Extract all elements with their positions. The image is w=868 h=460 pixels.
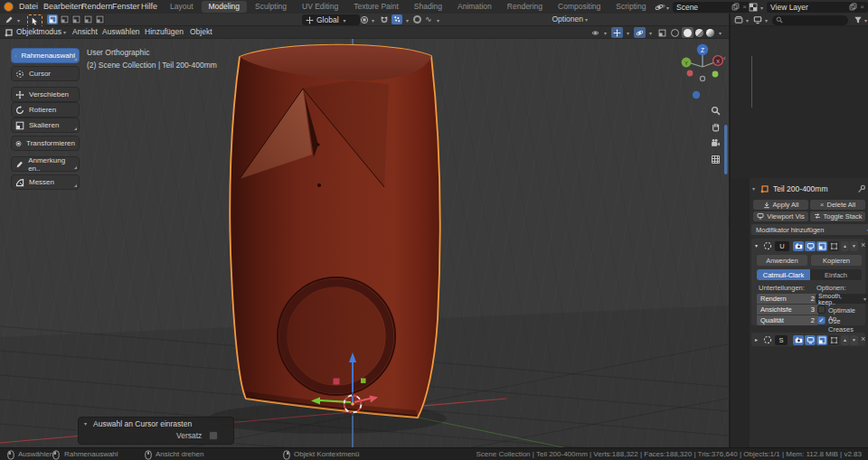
navigation-gizmo[interactable]: Z Y X <box>682 44 723 81</box>
close-icon[interactable]: × <box>860 3 864 11</box>
offset-checkbox[interactable] <box>209 431 218 440</box>
viewport-3d[interactable]: Objektmodus▾ Ansicht Auswählen Hinzufüge… <box>0 26 729 447</box>
tab-sculpting[interactable]: Sculpting <box>248 1 294 13</box>
tool-rahmenauswahl[interactable]: Rahmenauswahl <box>11 48 80 63</box>
catmull-clark-button[interactable]: Catmull-Clark <box>757 269 810 280</box>
tool-verschieben[interactable]: Verschieben <box>11 87 80 102</box>
overlays-toggle-icon[interactable] <box>634 27 646 38</box>
select-mode-invert-icon[interactable] <box>82 14 93 24</box>
gizmo-plane-handle-x[interactable] <box>334 379 340 385</box>
tool-skalieren[interactable]: Skalieren <box>11 117 80 133</box>
tab-animation[interactable]: Animation <box>450 1 499 13</box>
tab-rendering[interactable]: Rendering <box>500 1 550 13</box>
xray-toggle-icon[interactable] <box>656 27 668 38</box>
add-modifier-dropdown[interactable]: Modifikator hinzufügen▾ <box>751 224 868 235</box>
shading-rendered-icon[interactable] <box>706 29 714 37</box>
modifier-name-field[interactable]: U <box>775 241 789 251</box>
overlays-chevron-icon[interactable]: ▾ <box>649 30 652 36</box>
move-down-button[interactable]: ▼ <box>850 335 858 345</box>
shading-wireframe-icon[interactable] <box>671 29 679 37</box>
panel-expand-icon[interactable]: ▸ <box>755 336 758 343</box>
zoom-icon[interactable] <box>712 108 720 115</box>
tab-layout[interactable]: Layout <box>163 1 201 13</box>
sidebar-collapse-icon[interactable]: ‹ <box>723 54 726 62</box>
view-layer-selector[interactable]: View Layer × <box>767 2 868 13</box>
scene-icon[interactable] <box>655 3 664 12</box>
operator-panel[interactable]: ▾ Auswahl an Cursor einrasten Versatz <box>78 417 234 445</box>
apply-all-button[interactable]: Apply All <box>753 200 808 210</box>
select-mode-intersect-icon[interactable] <box>94 14 105 24</box>
scene-selector[interactable]: Scene × <box>673 2 750 13</box>
gizmo-plane-handle-y[interactable] <box>361 379 366 384</box>
shading-material-icon[interactable] <box>695 29 703 37</box>
gizmo-chevron-icon[interactable]: ▾ <box>627 30 629 36</box>
pan-hand-icon[interactable] <box>713 124 719 131</box>
axis-neg-z-dot[interactable] <box>700 76 704 80</box>
select-mode-extend-icon[interactable] <box>59 14 70 24</box>
view-layer-icon[interactable] <box>749 3 758 12</box>
transform-orientation-dropdown[interactable]: Global ▾ <box>302 14 360 25</box>
quality-field[interactable]: Qualität2 <box>757 315 818 325</box>
scene-canvas[interactable]: Z Y X ‹ <box>0 39 729 447</box>
toggle-stack-button[interactable]: Toggle Stack <box>810 211 865 221</box>
delete-all-button[interactable]: ×Delete All <box>810 200 865 210</box>
viewport-vis-button[interactable]: Viewport Vis <box>753 211 808 221</box>
display-mode-icon[interactable] <box>753 15 762 24</box>
axis-neg-x-dot[interactable] <box>687 70 693 77</box>
close-icon[interactable]: × <box>742 3 747 11</box>
breadcrumb-chevron-icon[interactable]: ▾ <box>752 185 755 192</box>
toggle-cage-icon[interactable] <box>828 241 839 251</box>
copy-icon[interactable] <box>731 3 740 11</box>
render-subdivisions-field[interactable]: Rendern2 <box>757 294 818 304</box>
falloff-chevron-icon[interactable]: ▾ <box>437 17 439 23</box>
snap-magnet-icon[interactable] <box>380 15 389 24</box>
pivot-chevron-icon[interactable]: ▾ <box>372 17 374 23</box>
tool-messen[interactable]: Messen <box>11 174 80 190</box>
tab-texture-paint[interactable]: Texture Paint <box>346 1 406 13</box>
ortho-grid-icon[interactable] <box>712 156 720 164</box>
tab-scripting[interactable]: Scripting <box>609 1 653 13</box>
toggle-editmode-icon[interactable] <box>816 335 827 345</box>
mode-dropdown[interactable]: Objektmodus▾ <box>16 27 66 36</box>
panel-collapse-icon[interactable]: ▾ <box>755 242 758 249</box>
pivot-point-icon[interactable] <box>360 15 369 24</box>
gizmo-toggle-icon[interactable] <box>611 27 623 38</box>
filter-funnel-icon[interactable] <box>854 15 863 24</box>
camera-dot-indicator[interactable] <box>693 91 700 99</box>
toggle-editmode-icon[interactable] <box>816 241 827 251</box>
active-tool-icon[interactable] <box>5 15 14 24</box>
move-down-button[interactable]: ▼ <box>850 241 858 251</box>
editor-type-icon[interactable] <box>734 15 743 24</box>
proportional-editing-icon[interactable] <box>413 15 421 23</box>
select-mode-subtract-icon[interactable] <box>71 14 81 24</box>
active-tool-button[interactable] <box>27 14 42 27</box>
object-visibility-icon[interactable] <box>590 27 601 38</box>
visibility-chevron-icon[interactable]: ▾ <box>604 30 607 36</box>
tab-shading[interactable]: Shading <box>407 1 449 13</box>
use-creases-checkbox[interactable]: ✓ <box>817 316 826 324</box>
camera-view-icon[interactable] <box>712 139 720 146</box>
tab-modeling[interactable]: Modeling <box>202 1 248 13</box>
toggle-render-icon[interactable] <box>793 241 804 251</box>
tool-chevron-icon[interactable]: ▾ <box>17 17 20 23</box>
tool-transformieren[interactable]: Transformieren <box>11 136 80 151</box>
menu-hilfe[interactable]: Hilfe <box>135 0 164 14</box>
remove-modifier-icon[interactable]: × <box>861 240 865 249</box>
editor-chevron-icon[interactable]: ▾ <box>746 17 749 23</box>
viewport-subdivisions-field[interactable]: Ansichtsfe3 <box>757 305 818 314</box>
menu-hinzufuegen[interactable]: Hinzufügen <box>145 27 184 36</box>
tool-anmerkung[interactable]: Anmerkung en.. <box>11 156 80 172</box>
shading-solid-icon[interactable] <box>682 27 693 38</box>
copy-icon[interactable] <box>849 3 857 11</box>
axis-neg-y-dot[interactable] <box>712 71 719 78</box>
kopieren-button[interactable]: Kopieren <box>811 255 862 266</box>
uv-smooth-dropdown[interactable]: Smooth, keep..▾ <box>816 294 868 304</box>
modifier2-name-field[interactable]: S <box>775 335 788 345</box>
viewport-scrollbar[interactable] <box>724 125 728 174</box>
menu-auswaehlen[interactable]: Auswählen <box>102 27 140 36</box>
scene-chevron-icon[interactable]: ▾ <box>666 5 669 11</box>
einfach-button[interactable]: Einfach <box>810 269 862 280</box>
snap-chevron-icon[interactable]: ▾ <box>406 17 409 23</box>
select-mode-set-icon[interactable] <box>47 14 58 24</box>
falloff-curve-icon[interactable]: ∿ <box>425 14 432 23</box>
